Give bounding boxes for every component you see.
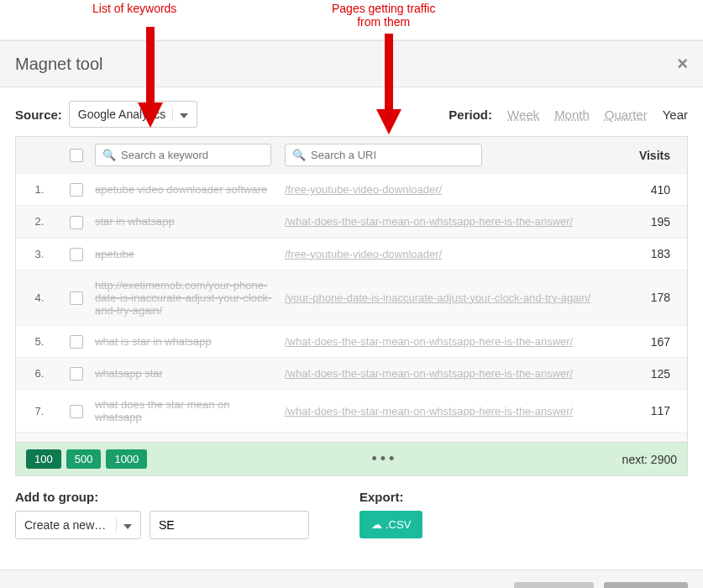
chevron-down-icon xyxy=(180,113,188,118)
search-uri-input[interactable] xyxy=(311,149,475,161)
row-visits: 410 xyxy=(615,183,682,197)
table-row: 2.star in whatsapp/what-does-the-star-me… xyxy=(16,205,687,237)
row-uri: /free-youtube-video-downloader/ xyxy=(281,183,615,196)
group-dropdown[interactable]: Create a new group xyxy=(15,511,141,539)
row-visits: 117 xyxy=(615,404,682,417)
checkbox[interactable] xyxy=(70,405,83,418)
row-keyword: apetube video downloader software xyxy=(95,183,281,196)
uri-link[interactable]: /your-phone-date-is-inaccurate-adjust-yo… xyxy=(285,291,590,304)
export-label: Export: xyxy=(359,490,422,504)
row-visits: 167 xyxy=(615,335,682,349)
period-quarter[interactable]: Quarter xyxy=(605,108,648,122)
add-to-group-col: Add to group: Create a new group xyxy=(15,490,309,539)
source-dropdown[interactable]: Google Analytics xyxy=(69,101,197,128)
row-keyword: what is star in whatsapp xyxy=(95,335,281,348)
checkbox[interactable] xyxy=(70,291,83,305)
uri-link[interactable]: /free-youtube-video-downloader/ xyxy=(285,183,442,196)
checkbox[interactable] xyxy=(70,183,83,197)
row-uri: /what-does-the-star-mean-on-whstsapp-her… xyxy=(281,367,615,380)
search-icon: 🔍 xyxy=(102,149,116,161)
pagesize-1000[interactable]: 1000 xyxy=(106,449,147,469)
search-keyword-input[interactable] xyxy=(121,149,264,161)
export-csv-button[interactable]: ☁.CSV xyxy=(359,511,422,538)
group-name-input[interactable] xyxy=(150,511,309,539)
annotation-keywords: List of keywords xyxy=(92,2,176,15)
period-week[interactable]: Week xyxy=(507,108,539,122)
row-keyword: what does the star mean on whatsapp xyxy=(95,398,281,423)
checkbox[interactable] xyxy=(70,367,83,381)
checkbox[interactable] xyxy=(70,335,83,349)
pagesize-group: 100 500 1000 xyxy=(26,449,147,469)
row-index: 7. xyxy=(21,405,58,417)
col-keyword: 🔍 xyxy=(95,144,281,166)
export-csv-label: .CSV xyxy=(386,518,411,531)
table-row: 3.apetube/free-youtube-video-downloader/… xyxy=(16,238,687,270)
row-select xyxy=(58,334,95,349)
row-index: 6. xyxy=(21,367,58,380)
row-uri: /free-youtube-video-downloader/ xyxy=(281,248,615,260)
row-index: 3. xyxy=(21,248,58,260)
row-select xyxy=(58,291,95,305)
row-keyword: star in whatsapp xyxy=(95,215,281,228)
group-dropdown-value: Create a new group xyxy=(24,518,108,532)
cancel-button[interactable]: Cancel xyxy=(604,582,688,588)
row-uri: /your-phone-date-is-inaccurate-adjust-yo… xyxy=(281,291,615,304)
next-link[interactable]: next: 2900 xyxy=(622,453,677,466)
search-icon: 🔍 xyxy=(292,149,306,161)
row-index: 4. xyxy=(21,291,58,304)
row-index: 1. xyxy=(21,183,58,196)
more-icon[interactable]: ••• xyxy=(372,450,398,468)
export-col: Export: ☁.CSV xyxy=(359,490,422,539)
row-select xyxy=(58,441,95,442)
checkbox[interactable] xyxy=(70,248,83,261)
table-row: 1.apetube video downloader software/free… xyxy=(16,173,687,205)
uri-link[interactable]: /what-does-the-star-mean-on-whstsapp-her… xyxy=(285,335,573,348)
pagesize-500[interactable]: 500 xyxy=(66,449,102,469)
row-keyword: http://exetimemob.com/your-phone-date-is… xyxy=(95,279,281,317)
table-row: 6.whatsapp star/what-does-the-star-mean-… xyxy=(16,357,687,389)
source-label: Source: xyxy=(15,108,62,122)
row-select xyxy=(58,366,95,381)
col-visits-header[interactable]: Visits xyxy=(606,149,682,162)
period-label: Period: xyxy=(449,108,492,122)
pagesize-100[interactable]: 100 xyxy=(26,449,61,469)
arrow-icon xyxy=(376,34,401,134)
period-month[interactable]: Month xyxy=(554,108,590,122)
row-select xyxy=(58,247,95,261)
table-row: 5.what is star in whatsapp/what-does-the… xyxy=(16,325,687,357)
col-uri: 🔍 xyxy=(281,144,606,166)
period-group: Period: Week Month Quarter Year xyxy=(449,108,688,122)
table-row: 8.meaning of star in whatsapp/what-does-… xyxy=(16,432,687,442)
table-header: 🔍 🔍 Visits xyxy=(16,137,687,173)
table-footer: 100 500 1000 ••• next: 2900 xyxy=(15,443,688,476)
arrow-icon xyxy=(138,27,163,128)
search-keyword-box[interactable]: 🔍 xyxy=(95,144,271,166)
row-visits: 125 xyxy=(615,367,682,381)
row-select xyxy=(58,404,95,418)
search-uri-box[interactable]: 🔍 xyxy=(285,144,482,166)
row-select xyxy=(58,182,95,197)
uri-link[interactable]: /free-youtube-video-downloader/ xyxy=(285,248,442,260)
source-group: Source: Google Analytics xyxy=(15,101,197,128)
uri-link[interactable]: /what-does-the-star-mean-on-whstsapp-her… xyxy=(285,367,573,380)
row-visits: 195 xyxy=(615,215,682,228)
annotation-pages: Pages getting traffic from them xyxy=(332,2,435,29)
uri-link[interactable]: /what-does-the-star-mean-on-whstsapp-her… xyxy=(285,405,573,417)
uri-link[interactable]: /what-does-the-star-mean-on-whstsapp-her… xyxy=(285,215,573,228)
row-keyword: whatsapp star xyxy=(95,367,281,380)
chevron-down-icon xyxy=(123,524,132,529)
row-index: 5. xyxy=(21,335,58,348)
modal-header: Magnet tool × xyxy=(0,40,703,87)
row-uri: /what-does-the-star-mean-on-whstsapp-her… xyxy=(281,215,615,228)
modal-footer: Import Cancel xyxy=(0,570,703,588)
close-icon[interactable]: × xyxy=(677,53,688,75)
col-select-all xyxy=(58,148,95,162)
row-select xyxy=(58,214,95,228)
modal-title: Magnet tool xyxy=(15,55,103,74)
row-visits: 178 xyxy=(615,291,682,304)
checkbox-all[interactable] xyxy=(70,149,83,162)
filter-bar: Source: Google Analytics Period: Week Mo… xyxy=(0,87,703,136)
import-button[interactable]: Import xyxy=(514,582,595,588)
period-year[interactable]: Year xyxy=(663,108,688,122)
checkbox[interactable] xyxy=(70,216,83,229)
